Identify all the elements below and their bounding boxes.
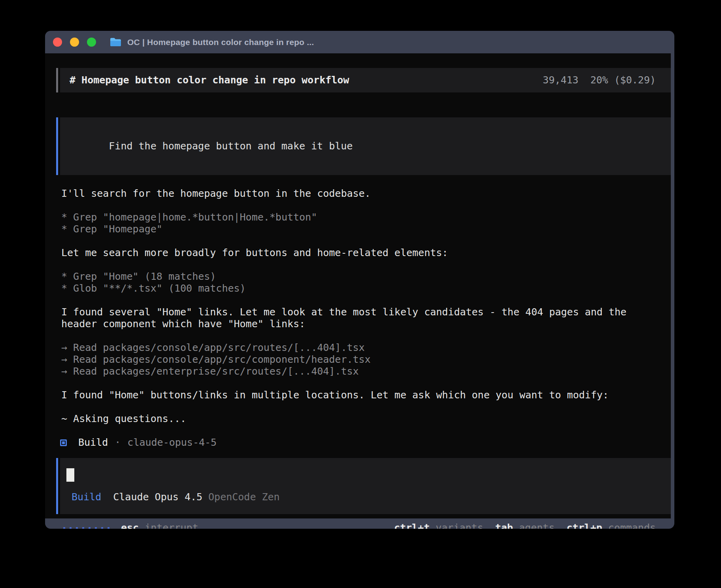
- status-bar: esc interrupt ctrl+t variantstab agentsc…: [56, 522, 671, 529]
- spinner-dot: [95, 527, 97, 529]
- transcript-line: [61, 259, 671, 271]
- transcript-line: * Glob "**/*.tsx" (100 matches): [61, 283, 671, 294]
- minimize-button[interactable]: [70, 38, 79, 47]
- text-cursor: [66, 468, 74, 482]
- keyboard-hint: tab agents: [495, 522, 555, 529]
- spinner-dot: [70, 527, 72, 529]
- transcript-line: [61, 330, 671, 342]
- agent-status-separator: ·: [115, 437, 121, 449]
- window-titlebar: OC | Homepage button color change in rep…: [45, 31, 674, 53]
- close-button[interactable]: [53, 38, 62, 47]
- keyboard-hint: ctrl+p commands: [566, 522, 656, 529]
- transcript-line: [61, 401, 671, 413]
- spinner-dot: [108, 527, 109, 529]
- spinner-dot: [76, 527, 78, 529]
- user-message-text: Find the homepage button and make it blu…: [109, 140, 353, 152]
- session-stats: 39,413 20% ($0.29): [543, 74, 656, 86]
- transcript-line: ~ Asking questions...: [61, 413, 671, 425]
- transcript-line: header component which have "Home" links…: [61, 318, 671, 330]
- transcript-line: I found "Home" buttons/links in multiple…: [61, 389, 671, 401]
- keyboard-hints-right: ctrl+t variantstab agentsctrl+p commands: [394, 522, 656, 529]
- active-model-label[interactable]: Claude Opus 4.5: [113, 491, 202, 503]
- spinner-dot: [82, 527, 84, 529]
- folder-icon: [109, 37, 122, 47]
- transcript-line: [61, 200, 671, 211]
- user-message: Find the homepage button and make it blu…: [60, 117, 671, 175]
- context-usage: 20% ($0.29): [590, 74, 656, 86]
- transcript-line: → Read packages/console/app/src/routes/[…: [61, 342, 671, 354]
- session-title: # Homepage button color change in repo w…: [70, 74, 349, 86]
- transcript-line: I found several "Home" links. Let me loo…: [61, 306, 671, 318]
- transcript-line: * Grep "Home" (18 matches): [61, 271, 671, 283]
- window-title: OC | Homepage button color change in rep…: [127, 38, 314, 47]
- model-provider-label: OpenCode Zen: [208, 491, 280, 503]
- token-count: 39,413: [543, 74, 578, 86]
- transcript-line: → Read packages/console/app/src/componen…: [61, 354, 671, 366]
- active-agent-label[interactable]: Build: [72, 491, 101, 503]
- agent-status-row: Build · claude-opus-4-5: [56, 437, 671, 449]
- square-in-square-icon: [60, 439, 67, 446]
- prompt-input[interactable]: Build Claude Opus 4.5 OpenCode Zen: [60, 458, 671, 514]
- transcript-line: [61, 235, 671, 247]
- session-header: # Homepage button color change in repo w…: [60, 68, 671, 92]
- prompt-input-line[interactable]: [66, 468, 661, 482]
- keyboard-hints-left: esc interrupt: [121, 522, 198, 529]
- spinner-dot: [63, 527, 65, 529]
- transcript-line: [61, 425, 671, 437]
- transcript-line: → Read packages/enterprise/src/routes/[.…: [61, 366, 671, 377]
- terminal-content: # Homepage button color change in repo w…: [45, 53, 671, 518]
- model-selector-row: Build Claude Opus 4.5 OpenCode Zen: [66, 491, 661, 503]
- transcript-line: * Grep "homepage|home.*button|Home.*butt…: [61, 211, 671, 223]
- transcript-line: Let me search more broadly for buttons a…: [61, 247, 671, 259]
- transcript-line: [61, 377, 671, 389]
- spinner-dot: [101, 527, 103, 529]
- keyboard-hint: esc interrupt: [121, 522, 198, 529]
- maximize-button[interactable]: [87, 38, 96, 47]
- terminal-window: OC | Homepage button color change in rep…: [45, 31, 674, 529]
- agent-status-model: claude-opus-4-5: [127, 437, 217, 449]
- agent-status-name: Build: [78, 437, 108, 449]
- transcript-line: [61, 294, 671, 306]
- transcript-line: * Grep "Homepage": [61, 223, 671, 235]
- working-spinner-dots: [63, 527, 109, 529]
- assistant-transcript: I'll search for the homepage button in t…: [56, 188, 671, 437]
- transcript-line: I'll search for the homepage button in t…: [61, 188, 671, 200]
- traffic-lights: [53, 38, 96, 47]
- keyboard-hint: ctrl+t variants: [394, 522, 483, 529]
- spinner-dot: [89, 527, 91, 529]
